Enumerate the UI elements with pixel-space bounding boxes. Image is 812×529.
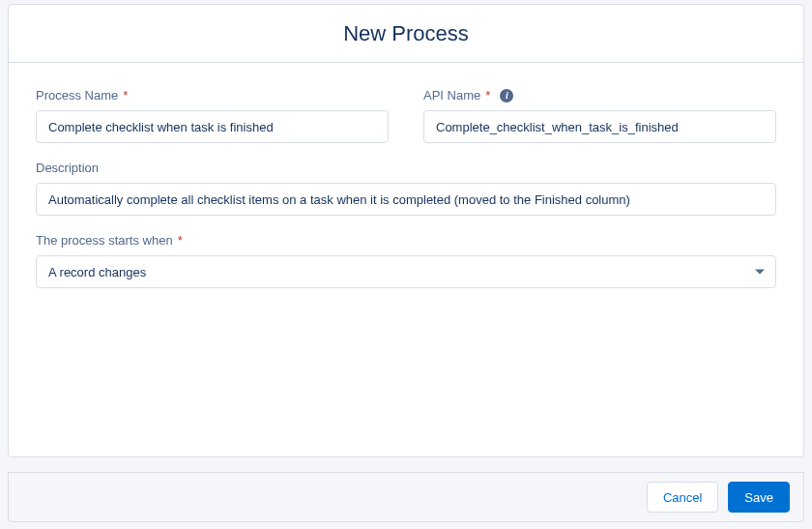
modal-footer: Cancel Save <box>8 472 804 522</box>
chevron-down-icon <box>755 270 765 275</box>
cancel-button[interactable]: Cancel <box>647 482 718 513</box>
label-row-api-name: API Name * i <box>423 88 776 103</box>
starts-when-value: A record changes <box>48 265 146 279</box>
info-icon[interactable]: i <box>500 89 513 103</box>
field-process-name: Process Name * <box>36 88 389 143</box>
process-name-input[interactable] <box>36 110 389 143</box>
modal-title: New Process <box>343 21 469 46</box>
description-label: Description <box>36 161 99 175</box>
required-asterisk: * <box>485 88 490 103</box>
save-button[interactable]: Save <box>728 482 790 513</box>
modal-header: New Process <box>9 5 803 63</box>
starts-when-select[interactable]: A record changes <box>36 255 776 288</box>
modal-body: Process Name * API Name * i Description <box>9 63 803 288</box>
api-name-input[interactable] <box>423 110 776 143</box>
field-starts-when: The process starts when * A record chang… <box>36 233 776 288</box>
field-api-name: API Name * i <box>423 88 776 143</box>
row-name-api: Process Name * API Name * i <box>36 88 776 143</box>
required-asterisk: * <box>178 233 183 248</box>
starts-when-select-wrap: A record changes <box>36 255 776 288</box>
description-input[interactable] <box>36 183 776 216</box>
field-description: Description <box>36 161 776 216</box>
required-asterisk: * <box>123 88 128 103</box>
label-row-process-name: Process Name * <box>36 88 389 103</box>
new-process-modal: New Process Process Name * API Name * i <box>8 4 804 457</box>
process-name-label: Process Name <box>36 88 118 103</box>
starts-when-label: The process starts when <box>36 233 173 248</box>
label-row-description: Description <box>36 161 776 175</box>
label-row-starts-when: The process starts when * <box>36 233 776 248</box>
api-name-label: API Name <box>423 88 480 103</box>
